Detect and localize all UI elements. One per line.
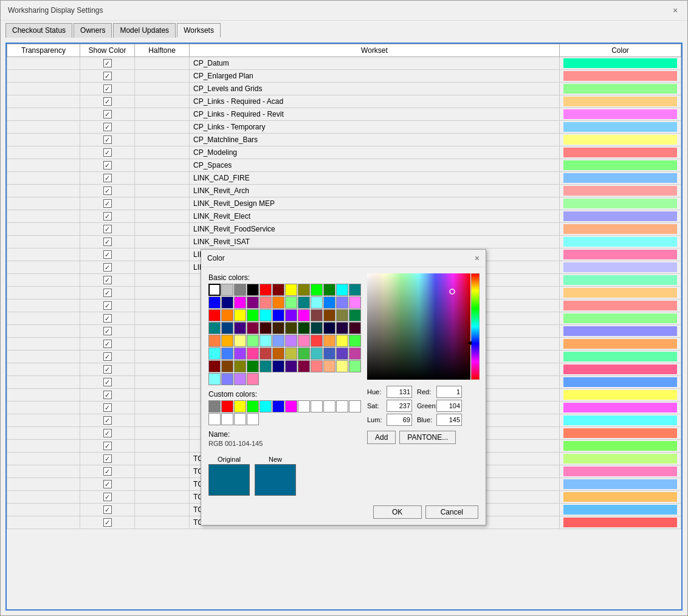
showcolor-checkbox[interactable] xyxy=(103,480,112,488)
showcolor-checkbox[interactable] xyxy=(103,276,112,284)
color-cell[interactable] xyxy=(560,70,681,83)
basic-color-cell[interactable] xyxy=(311,347,323,360)
color-cell[interactable] xyxy=(560,236,681,248)
color-cell[interactable] xyxy=(560,197,681,210)
showcolor-cell[interactable] xyxy=(80,121,135,134)
color-cell[interactable] xyxy=(560,95,681,108)
showcolor-cell[interactable] xyxy=(80,146,135,159)
showcolor-cell[interactable] xyxy=(80,185,135,197)
basic-color-cell[interactable] xyxy=(221,360,233,372)
color-cell[interactable] xyxy=(560,363,681,376)
color-swatch[interactable] xyxy=(563,97,677,106)
color-dialog-close-button[interactable]: × xyxy=(475,253,480,263)
color-cell[interactable] xyxy=(560,465,681,478)
basic-color-cell[interactable] xyxy=(336,309,348,321)
basic-color-cell[interactable] xyxy=(208,322,221,334)
basic-color-cell[interactable] xyxy=(221,335,233,347)
color-cell[interactable] xyxy=(560,274,681,287)
showcolor-cell[interactable] xyxy=(80,465,135,478)
color-cell[interactable] xyxy=(560,389,681,402)
basic-color-cell[interactable] xyxy=(311,296,323,309)
color-cell[interactable] xyxy=(560,248,681,261)
color-swatch[interactable] xyxy=(563,224,677,234)
custom-color-cell[interactable] xyxy=(298,400,310,412)
basic-color-cell[interactable] xyxy=(221,347,233,360)
basic-color-cell[interactable] xyxy=(285,322,297,334)
color-cell[interactable] xyxy=(560,121,681,134)
green-input[interactable] xyxy=(436,400,462,412)
basic-color-cell[interactable] xyxy=(336,347,348,360)
basic-color-cell[interactable] xyxy=(336,335,348,347)
showcolor-cell[interactable] xyxy=(80,108,135,121)
showcolor-checkbox[interactable] xyxy=(103,238,112,246)
basic-color-cell[interactable] xyxy=(349,322,361,334)
basic-color-cell[interactable] xyxy=(260,309,272,321)
color-swatch[interactable] xyxy=(563,416,677,425)
showcolor-checkbox[interactable] xyxy=(103,314,112,323)
showcolor-cell[interactable] xyxy=(80,299,135,312)
color-cell[interactable] xyxy=(560,134,681,146)
showcolor-checkbox[interactable] xyxy=(103,212,112,221)
custom-color-cell[interactable] xyxy=(349,400,361,412)
red-input[interactable] xyxy=(436,386,462,398)
showcolor-cell[interactable] xyxy=(80,57,135,70)
color-swatch[interactable] xyxy=(563,71,677,81)
showcolor-cell[interactable] xyxy=(80,210,135,223)
basic-color-cell[interactable] xyxy=(234,309,246,321)
color-cell[interactable] xyxy=(560,159,681,172)
basic-color-cell[interactable] xyxy=(247,347,259,360)
basic-color-cell[interactable] xyxy=(234,347,246,360)
basic-color-cell[interactable] xyxy=(234,360,246,372)
showcolor-cell[interactable] xyxy=(80,172,135,185)
color-cell[interactable] xyxy=(560,312,681,325)
color-swatch[interactable] xyxy=(563,441,677,451)
basic-color-cell[interactable] xyxy=(234,373,246,385)
basic-color-cell[interactable] xyxy=(336,296,348,309)
showcolor-checkbox[interactable] xyxy=(103,493,112,501)
basic-color-cell[interactable] xyxy=(208,347,221,360)
add-button[interactable]: Add xyxy=(367,431,396,444)
color-cell[interactable] xyxy=(560,478,681,491)
basic-color-cell[interactable] xyxy=(247,373,259,385)
basic-color-cell[interactable] xyxy=(208,335,221,347)
showcolor-checkbox[interactable] xyxy=(103,429,112,437)
basic-color-cell[interactable] xyxy=(234,296,246,309)
color-swatch[interactable] xyxy=(563,84,677,94)
showcolor-checkbox[interactable] xyxy=(103,378,112,386)
basic-color-cell[interactable] xyxy=(349,284,361,296)
color-swatch[interactable] xyxy=(563,148,677,157)
basic-color-cell[interactable] xyxy=(323,335,335,347)
basic-color-cell[interactable] xyxy=(272,284,284,296)
basic-color-cell[interactable] xyxy=(221,296,233,309)
basic-color-cell[interactable] xyxy=(336,284,348,296)
showcolor-cell[interactable] xyxy=(80,478,135,491)
showcolor-cell[interactable] xyxy=(80,351,135,363)
color-cell[interactable] xyxy=(560,414,681,427)
basic-color-cell[interactable] xyxy=(285,335,297,347)
showcolor-cell[interactable] xyxy=(80,261,135,274)
color-cell[interactable] xyxy=(560,427,681,440)
basic-color-cell[interactable] xyxy=(272,347,284,360)
basic-color-cell[interactable] xyxy=(247,335,259,347)
custom-color-cell[interactable] xyxy=(221,413,233,425)
basic-color-cell[interactable] xyxy=(349,347,361,360)
basic-color-cell[interactable] xyxy=(234,322,246,334)
color-cell[interactable] xyxy=(560,261,681,274)
showcolor-checkbox[interactable] xyxy=(103,467,112,476)
color-swatch[interactable] xyxy=(563,326,677,336)
hue-input[interactable] xyxy=(387,386,412,398)
showcolor-cell[interactable] xyxy=(80,287,135,299)
color-swatch[interactable] xyxy=(563,237,677,247)
basic-color-cell[interactable] xyxy=(234,335,246,347)
basic-color-cell[interactable] xyxy=(221,284,233,296)
color-swatch[interactable] xyxy=(563,454,677,464)
basic-color-cell[interactable] xyxy=(311,309,323,321)
tab-worksets[interactable]: Worksets xyxy=(177,23,221,38)
showcolor-checkbox[interactable] xyxy=(103,123,112,131)
showcolor-cell[interactable] xyxy=(80,236,135,248)
color-cell[interactable] xyxy=(560,223,681,236)
showcolor-cell[interactable] xyxy=(80,504,135,516)
color-swatch[interactable] xyxy=(563,173,677,183)
tab-checkout-status[interactable]: Checkout Status xyxy=(5,23,72,38)
color-swatch[interactable] xyxy=(563,160,677,170)
